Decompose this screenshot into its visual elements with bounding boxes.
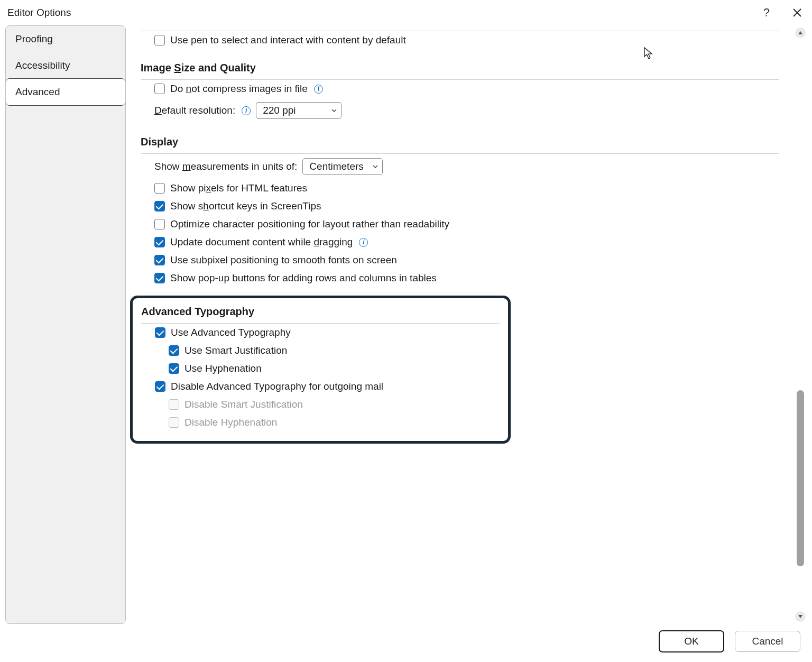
shortcut-keys-checkbox[interactable]: [154, 201, 165, 212]
default-resolution-row: Default resolution: i 220 ppi: [154, 98, 779, 123]
editor-options-dialog: Editor Options ? Proofing Accessibility …: [0, 0, 812, 662]
scroll-track[interactable]: [796, 40, 805, 609]
shortcut-keys-row: Show shortcut keys in ScreenTips: [154, 197, 779, 215]
disable-smart-just-row: Disable Smart Justification: [155, 396, 500, 413]
pen-select-checkbox[interactable]: [154, 35, 165, 45]
label-accelerator: h: [203, 200, 209, 212]
measurement-units-dropdown[interactable]: Centimeters: [302, 158, 383, 175]
disable-outgoing-label: Disable Advanced Typography for outgoing…: [171, 381, 383, 392]
disable-hyphenation-row: Disable Hyphenation: [155, 413, 500, 431]
update-dragging-checkbox[interactable]: [154, 237, 165, 247]
use-advanced-typography-label: Use Advanced Typography: [171, 327, 291, 338]
compress-images-checkbox[interactable]: [154, 84, 165, 94]
image-section-heading: Image Size and Quality: [141, 49, 779, 79]
svg-marker-3: [798, 615, 802, 618]
cancel-button[interactable]: Cancel: [735, 631, 800, 652]
sidebar-item-accessibility[interactable]: Accessibility: [6, 52, 125, 79]
heading-text: Image: [141, 62, 174, 73]
optimize-positioning-checkbox[interactable]: [154, 219, 165, 229]
sidebar: Proofing Accessibility Advanced: [5, 25, 126, 624]
advanced-typography-highlight: Advanced Typography Use Advanced Typogra…: [130, 296, 511, 444]
chevron-down-icon: [331, 108, 337, 113]
label-text: Do: [170, 83, 186, 94]
dropdown-value: 220 ppi: [263, 105, 296, 116]
help-icon[interactable]: ?: [763, 7, 770, 19]
smart-justification-row: Use Smart Justification: [155, 342, 500, 360]
disable-outgoing-row: Disable Advanced Typography for outgoing…: [155, 378, 500, 396]
default-resolution-dropdown[interactable]: 220 ppi: [256, 102, 342, 119]
titlebar: Editor Options ?: [0, 0, 812, 25]
compress-images-row: Do not compress images in file i: [154, 80, 779, 98]
disable-hyphenation-label: Disable Hyphenation: [184, 417, 277, 428]
default-resolution-label: Default resolution:: [154, 105, 235, 116]
info-icon[interactable]: i: [314, 85, 323, 94]
show-pixels-row: Show pixels for HTML features: [154, 179, 779, 197]
titlebar-actions: ?: [763, 7, 802, 19]
scroll-down-arrow-icon[interactable]: [795, 611, 806, 622]
smart-justification-label: Use Smart Justification: [184, 345, 287, 356]
vertical-scrollbar[interactable]: [794, 25, 807, 624]
dialog-body: Proofing Accessibility Advanced Use pen …: [0, 25, 812, 624]
scroll-thumb[interactable]: [797, 390, 804, 567]
scroll-up-arrow-icon[interactable]: [795, 27, 806, 38]
optimize-positioning-label: Optimize character positioning for layou…: [170, 218, 449, 230]
info-icon[interactable]: i: [242, 106, 251, 115]
typography-heading: Advanced Typography: [141, 298, 500, 323]
label-text: easurements in units of:: [191, 161, 298, 172]
hyphenation-checkbox[interactable]: [169, 363, 179, 374]
label-text: Show: [154, 161, 182, 172]
dialog-title: Editor Options: [7, 7, 763, 19]
disable-smart-just-label: Disable Smart Justification: [184, 399, 303, 410]
measurement-units-label: Show measurements in units of:: [154, 161, 297, 172]
disable-outgoing-checkbox[interactable]: [155, 381, 165, 392]
hyphenation-label: Use Hyphenation: [184, 363, 262, 374]
svg-marker-2: [798, 31, 802, 34]
subpixel-label: Use subpixel positioning to smooth fonts…: [170, 254, 397, 266]
update-dragging-row: Update document content while dragging i: [154, 233, 779, 251]
heading-accelerator: S: [174, 62, 181, 73]
sidebar-item-proofing[interactable]: Proofing: [6, 26, 125, 52]
update-dragging-label: Update document content while dragging: [170, 236, 353, 248]
optimize-positioning-row: Optimize character positioning for layou…: [154, 215, 779, 233]
display-section: Display Show measurements in units of: C…: [141, 123, 779, 287]
popup-buttons-row: Show pop-up buttons for adding rows and …: [154, 269, 779, 287]
popup-buttons-checkbox[interactable]: [154, 273, 165, 283]
label-text: efault resolution:: [162, 105, 235, 116]
image-size-quality-section: Image Size and Quality Do not compress i…: [141, 49, 779, 123]
subpixel-row: Use subpixel positioning to smooth fonts…: [154, 251, 779, 269]
show-pixels-label: Show pixels for HTML features: [170, 182, 307, 194]
sidebar-item-advanced[interactable]: Advanced: [5, 78, 126, 106]
use-advanced-typography-row: Use Advanced Typography: [155, 324, 500, 342]
subpixel-checkbox[interactable]: [154, 255, 165, 265]
compress-images-label: Do not compress images in file: [170, 83, 308, 95]
label-text: Show pi: [170, 182, 206, 194]
label-text: ragging: [319, 236, 353, 247]
label-text: Update document content while: [170, 236, 313, 247]
measurement-units-row: Show measurements in units of: Centimete…: [154, 154, 779, 179]
pen-select-row: Use pen to select and interact with cont…: [154, 31, 779, 49]
label-accelerator: n: [186, 83, 192, 94]
info-icon[interactable]: i: [359, 238, 368, 247]
display-heading: Display: [141, 123, 779, 153]
top-section: Use pen to select and interact with cont…: [141, 25, 779, 49]
hyphenation-row: Use Hyphenation: [155, 360, 500, 378]
label-text: Show s: [170, 200, 203, 212]
use-advanced-typography-checkbox[interactable]: [155, 327, 165, 338]
heading-text: ize and Quality: [181, 62, 256, 73]
content-area: Use pen to select and interact with cont…: [126, 25, 794, 624]
popup-buttons-label: Show pop-up buttons for adding rows and …: [170, 272, 437, 284]
disable-smart-just-checkbox: [169, 399, 179, 410]
smart-justification-checkbox[interactable]: [169, 345, 179, 356]
show-pixels-checkbox[interactable]: [154, 183, 165, 194]
chevron-down-icon: [373, 164, 378, 169]
dialog-footer: OK Cancel: [0, 624, 812, 662]
label-accelerator: m: [182, 161, 191, 172]
label-accelerator: D: [154, 105, 162, 116]
ok-button[interactable]: OK: [659, 630, 724, 652]
shortcut-keys-label: Show shortcut keys in ScreenTips: [170, 200, 321, 212]
close-icon[interactable]: [792, 7, 802, 18]
label-text: els for HTML features: [211, 182, 307, 194]
dropdown-value: Centimeters: [309, 161, 363, 172]
label-text: ot compress images in file: [191, 83, 308, 94]
pen-select-label: Use pen to select and interact with cont…: [170, 34, 406, 46]
